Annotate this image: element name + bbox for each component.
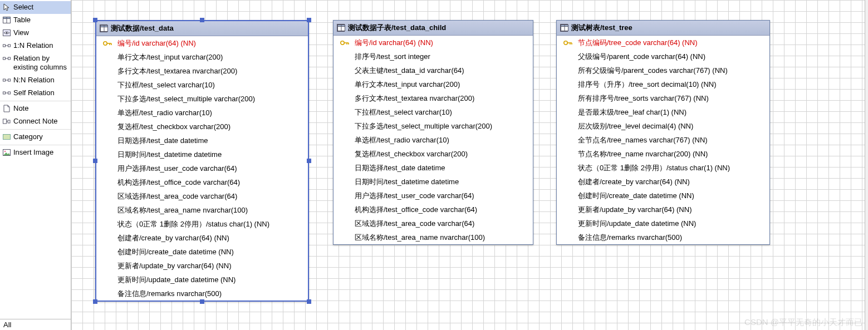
column-row[interactable]: 多行文本/test_textarea nvarchar(200) bbox=[96, 64, 308, 78]
resize-handle[interactable] bbox=[307, 159, 311, 163]
tool-label: 1:N Relation bbox=[13, 41, 67, 51]
resize-handle[interactable] bbox=[93, 299, 97, 304]
column-row[interactable]: 复选框/test_checkbox varchar(200) bbox=[334, 147, 533, 161]
svg-rect-9 bbox=[8, 57, 11, 60]
column-icon bbox=[339, 109, 350, 116]
resize-handle[interactable] bbox=[93, 159, 97, 163]
column-row[interactable]: 全节点名/tree_names varchar(767) (NN) bbox=[557, 133, 769, 147]
column-icon bbox=[102, 179, 113, 186]
column-icon bbox=[562, 81, 573, 88]
tool-self-relation[interactable]: Self Relation bbox=[0, 87, 71, 100]
column-row[interactable]: 节点编码/tree_code varchar(64) (NN) bbox=[557, 36, 769, 50]
tool-connect-note[interactable]: Connect Note bbox=[0, 115, 71, 128]
column-row[interactable]: 日期时间/test_datetime datetime bbox=[334, 175, 533, 189]
column-row[interactable]: 单行文本/test_input varchar(200) bbox=[334, 77, 533, 91]
table-icon bbox=[100, 24, 107, 32]
column-row[interactable]: 更新者/update_by varchar(64) (NN) bbox=[557, 203, 769, 216]
column-icon bbox=[562, 136, 573, 144]
tool-category[interactable]: Category bbox=[0, 131, 71, 144]
column-icon bbox=[102, 206, 113, 214]
column-row[interactable]: 机构选择/test_office_code varchar(64) bbox=[334, 203, 533, 216]
diagram-canvas[interactable]: 测试数据/test_data编号/id varchar(64) (NN)单行文本… bbox=[71, 0, 868, 330]
splitter-handle[interactable] bbox=[865, 0, 868, 330]
tool-note[interactable]: Note bbox=[0, 102, 71, 115]
column-row[interactable]: 排序号（升序）/tree_sort decimal(10) (NN) bbox=[557, 77, 769, 91]
resize-handle[interactable] bbox=[307, 299, 311, 304]
column-row[interactable]: 区域名称/test_area_name nvarchar(100) bbox=[96, 203, 308, 217]
entity-e2[interactable]: 测试数据子表/test_data_child编号/id varchar(64) … bbox=[333, 20, 533, 245]
column-row[interactable]: 机构选择/test_office_code varchar(64) bbox=[96, 175, 308, 189]
column-row[interactable]: 复选框/test_checkbox varchar(200) bbox=[96, 120, 308, 134]
show-all-button[interactable]: All bbox=[3, 321, 11, 329]
column-row[interactable]: 下拉框/test_select varchar(10) bbox=[96, 78, 308, 92]
column-row[interactable]: 排序号/test_sort integer bbox=[334, 50, 533, 63]
tool-select[interactable]: Select bbox=[0, 1, 71, 14]
column-label: 多行文本/test_textarea nvarchar(200) bbox=[117, 66, 237, 76]
column-row[interactable]: 备注信息/remarks nvarchar(500) bbox=[557, 230, 769, 244]
column-label: 节点名称/tree_name nvarchar(200) (NN) bbox=[578, 149, 708, 159]
entity-title: 测试数据子表/test_data_child bbox=[348, 23, 446, 33]
entity-header[interactable]: 测试数据/test_data bbox=[96, 21, 308, 36]
table-icon bbox=[337, 24, 345, 32]
column-row[interactable]: 更新时间/update_date datetime (NN) bbox=[557, 216, 769, 230]
column-row[interactable]: 单行文本/test_input varchar(200) bbox=[96, 50, 308, 64]
column-row[interactable]: 状态（0正常 1删除 2停用）/status char(1) (NN) bbox=[96, 217, 308, 231]
column-label: 是否最末级/tree_leaf char(1) (NN) bbox=[578, 107, 686, 117]
tool-label: Note bbox=[13, 104, 67, 114]
column-row[interactable]: 下拉多选/test_select_multiple varchar(200) bbox=[334, 119, 533, 133]
column-row[interactable]: 日期选择/test_date datetime bbox=[334, 161, 533, 175]
column-row[interactable]: 父表主键/test_data_id varchar(64) bbox=[334, 63, 533, 77]
sidebar-footer[interactable]: All bbox=[0, 319, 71, 330]
column-label: 单选框/test_radio varchar(10) bbox=[355, 135, 449, 145]
entity-e3[interactable]: 测试树表/test_tree节点编码/tree_code varchar(64)… bbox=[556, 20, 770, 245]
column-row[interactable]: 所有排序号/tree_sorts varchar(767) (NN) bbox=[557, 91, 769, 105]
column-row[interactable]: 日期选择/test_date datetime bbox=[96, 134, 308, 147]
column-row[interactable]: 用户选择/test_user_code varchar(64) bbox=[334, 189, 533, 203]
column-row[interactable]: 编号/id varchar(64) (NN) bbox=[334, 36, 533, 50]
column-label: 日期时间/test_datetime datetime bbox=[355, 177, 459, 187]
column-row[interactable]: 更新者/update_by varchar(64) (NN) bbox=[96, 259, 308, 273]
tool-1-n-relation[interactable]: 1:N Relation bbox=[0, 40, 71, 52]
column-row[interactable]: 编号/id varchar(64) (NN) bbox=[96, 36, 308, 50]
tool-relation-by-existing-columns[interactable]: Relation by existing columns bbox=[0, 52, 71, 75]
column-icon bbox=[102, 165, 113, 173]
column-row[interactable]: 区域名称/test_area_name nvarchar(100) bbox=[334, 230, 533, 244]
column-row[interactable]: 父级编号/parent_code varchar(64) (NN) bbox=[557, 50, 769, 63]
resize-handle[interactable] bbox=[200, 18, 204, 22]
column-row[interactable]: 单选框/test_radio varchar(10) bbox=[96, 106, 308, 120]
column-icon bbox=[562, 164, 573, 172]
tool-insert-image[interactable]: Insert Image bbox=[0, 146, 71, 159]
column-row[interactable]: 状态（0正常 1删除 2停用）/status char(1) (NN) bbox=[557, 161, 769, 175]
column-row[interactable]: 是否最末级/tree_leaf char(1) (NN) bbox=[557, 105, 769, 119]
entity-e1[interactable]: 测试数据/test_data编号/id varchar(64) (NN)单行文本… bbox=[95, 20, 309, 302]
resize-handle[interactable] bbox=[200, 299, 204, 304]
column-row[interactable]: 下拉多选/test_select_multiple varchar(200) bbox=[96, 92, 308, 106]
entity-header[interactable]: 测试树表/test_tree bbox=[557, 21, 769, 36]
column-row[interactable]: 单选框/test_radio varchar(10) bbox=[334, 133, 533, 147]
tool-view[interactable]: View bbox=[0, 27, 71, 40]
column-row[interactable]: 节点名称/tree_name nvarchar(200) (NN) bbox=[557, 147, 769, 161]
resize-handle[interactable] bbox=[93, 18, 97, 22]
column-row[interactable]: 层次级别/tree_level decimal(4) (NN) bbox=[557, 119, 769, 133]
tool-n-n-relation[interactable]: N:N Relation bbox=[0, 74, 71, 87]
column-icon bbox=[339, 136, 350, 144]
tool-label: Self Relation bbox=[13, 88, 67, 98]
column-row[interactable]: 创建者/create_by varchar(64) (NN) bbox=[96, 231, 308, 245]
resize-handle[interactable] bbox=[307, 18, 311, 22]
column-row[interactable]: 创建时间/create_date datetime (NN) bbox=[557, 189, 769, 203]
column-row[interactable]: 创建时间/create_date datetime (NN) bbox=[96, 245, 308, 259]
column-row[interactable]: 区域选择/test_area_code varchar(64) bbox=[334, 216, 533, 230]
column-row[interactable]: 下拉框/test_select varchar(10) bbox=[334, 105, 533, 119]
column-row[interactable]: 用户选择/test_user_code varchar(64) bbox=[96, 161, 308, 175]
column-row[interactable]: 创建者/create_by varchar(64) (NN) bbox=[557, 175, 769, 189]
tool-table[interactable]: Table bbox=[0, 14, 71, 27]
entity-header[interactable]: 测试数据子表/test_data_child bbox=[334, 21, 533, 36]
column-row[interactable]: 区域选择/test_area_code varchar(64) bbox=[96, 189, 308, 203]
column-row[interactable]: 日期时间/test_datetime datetime bbox=[96, 147, 308, 161]
column-label: 创建时间/create_date datetime (NN) bbox=[117, 247, 234, 257]
column-row[interactable]: 所有父级编号/parent_codes varchar(767) (NN) bbox=[557, 63, 769, 77]
column-row[interactable]: 备注信息/remarks nvarchar(500) bbox=[96, 287, 308, 301]
column-icon bbox=[562, 67, 573, 75]
column-row[interactable]: 多行文本/test_textarea nvarchar(200) bbox=[334, 91, 533, 105]
column-row[interactable]: 更新时间/update_date datetime (NN) bbox=[96, 273, 308, 287]
